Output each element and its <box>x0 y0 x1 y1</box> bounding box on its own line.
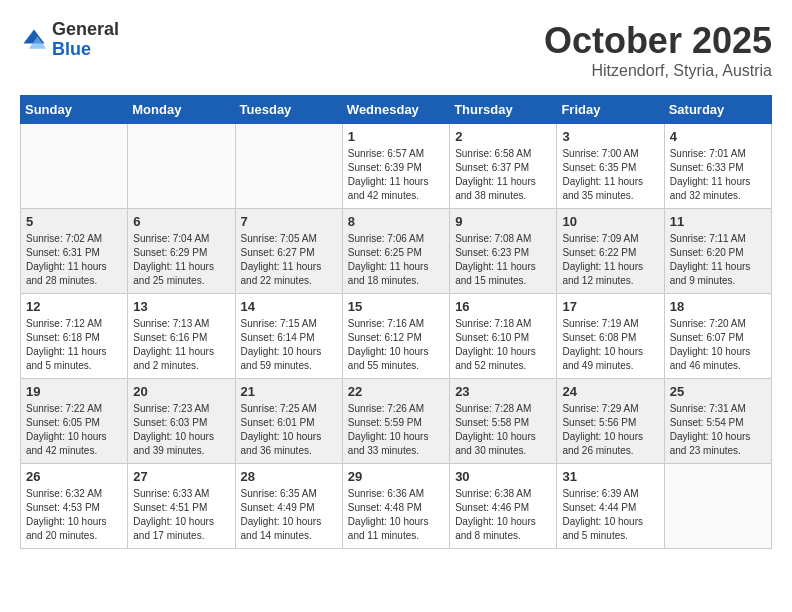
calendar-cell: 29Sunrise: 6:36 AM Sunset: 4:48 PM Dayli… <box>342 464 449 549</box>
weekday-header-row: SundayMondayTuesdayWednesdayThursdayFrid… <box>21 96 772 124</box>
weekday-header-saturday: Saturday <box>664 96 771 124</box>
week-row-1: 1Sunrise: 6:57 AM Sunset: 6:39 PM Daylig… <box>21 124 772 209</box>
day-number: 8 <box>348 214 444 229</box>
calendar-cell: 22Sunrise: 7:26 AM Sunset: 5:59 PM Dayli… <box>342 379 449 464</box>
day-number: 24 <box>562 384 658 399</box>
calendar-cell: 4Sunrise: 7:01 AM Sunset: 6:33 PM Daylig… <box>664 124 771 209</box>
calendar-cell <box>21 124 128 209</box>
day-number: 19 <box>26 384 122 399</box>
day-number: 25 <box>670 384 766 399</box>
calendar-cell: 16Sunrise: 7:18 AM Sunset: 6:10 PM Dayli… <box>450 294 557 379</box>
calendar-cell: 26Sunrise: 6:32 AM Sunset: 4:53 PM Dayli… <box>21 464 128 549</box>
day-info: Sunrise: 6:36 AM Sunset: 4:48 PM Dayligh… <box>348 487 444 543</box>
day-number: 27 <box>133 469 229 484</box>
calendar-table: SundayMondayTuesdayWednesdayThursdayFrid… <box>20 95 772 549</box>
day-number: 14 <box>241 299 337 314</box>
calendar-cell: 9Sunrise: 7:08 AM Sunset: 6:23 PM Daylig… <box>450 209 557 294</box>
calendar-cell: 23Sunrise: 7:28 AM Sunset: 5:58 PM Dayli… <box>450 379 557 464</box>
calendar-cell: 19Sunrise: 7:22 AM Sunset: 6:05 PM Dayli… <box>21 379 128 464</box>
calendar-cell: 31Sunrise: 6:39 AM Sunset: 4:44 PM Dayli… <box>557 464 664 549</box>
calendar-cell: 5Sunrise: 7:02 AM Sunset: 6:31 PM Daylig… <box>21 209 128 294</box>
calendar-cell: 3Sunrise: 7:00 AM Sunset: 6:35 PM Daylig… <box>557 124 664 209</box>
day-info: Sunrise: 7:09 AM Sunset: 6:22 PM Dayligh… <box>562 232 658 288</box>
calendar-cell: 24Sunrise: 7:29 AM Sunset: 5:56 PM Dayli… <box>557 379 664 464</box>
day-number: 17 <box>562 299 658 314</box>
day-info: Sunrise: 7:20 AM Sunset: 6:07 PM Dayligh… <box>670 317 766 373</box>
calendar-cell <box>128 124 235 209</box>
title-block: October 2025 Hitzendorf, Styria, Austria <box>544 20 772 80</box>
day-number: 9 <box>455 214 551 229</box>
calendar-cell: 20Sunrise: 7:23 AM Sunset: 6:03 PM Dayli… <box>128 379 235 464</box>
calendar-cell <box>664 464 771 549</box>
day-number: 3 <box>562 129 658 144</box>
weekday-header-wednesday: Wednesday <box>342 96 449 124</box>
day-info: Sunrise: 7:28 AM Sunset: 5:58 PM Dayligh… <box>455 402 551 458</box>
day-number: 20 <box>133 384 229 399</box>
day-info: Sunrise: 7:25 AM Sunset: 6:01 PM Dayligh… <box>241 402 337 458</box>
day-number: 11 <box>670 214 766 229</box>
day-info: Sunrise: 7:13 AM Sunset: 6:16 PM Dayligh… <box>133 317 229 373</box>
day-number: 30 <box>455 469 551 484</box>
weekday-header-sunday: Sunday <box>21 96 128 124</box>
weekday-header-monday: Monday <box>128 96 235 124</box>
day-info: Sunrise: 7:06 AM Sunset: 6:25 PM Dayligh… <box>348 232 444 288</box>
day-info: Sunrise: 6:58 AM Sunset: 6:37 PM Dayligh… <box>455 147 551 203</box>
calendar-cell: 14Sunrise: 7:15 AM Sunset: 6:14 PM Dayli… <box>235 294 342 379</box>
day-number: 15 <box>348 299 444 314</box>
day-info: Sunrise: 6:35 AM Sunset: 4:49 PM Dayligh… <box>241 487 337 543</box>
calendar-cell: 8Sunrise: 7:06 AM Sunset: 6:25 PM Daylig… <box>342 209 449 294</box>
week-row-3: 12Sunrise: 7:12 AM Sunset: 6:18 PM Dayli… <box>21 294 772 379</box>
day-info: Sunrise: 7:01 AM Sunset: 6:33 PM Dayligh… <box>670 147 766 203</box>
day-number: 21 <box>241 384 337 399</box>
day-number: 23 <box>455 384 551 399</box>
month-title: October 2025 <box>544 20 772 62</box>
day-number: 18 <box>670 299 766 314</box>
day-info: Sunrise: 7:19 AM Sunset: 6:08 PM Dayligh… <box>562 317 658 373</box>
calendar-cell: 15Sunrise: 7:16 AM Sunset: 6:12 PM Dayli… <box>342 294 449 379</box>
week-row-4: 19Sunrise: 7:22 AM Sunset: 6:05 PM Dayli… <box>21 379 772 464</box>
calendar-cell: 18Sunrise: 7:20 AM Sunset: 6:07 PM Dayli… <box>664 294 771 379</box>
location-subtitle: Hitzendorf, Styria, Austria <box>544 62 772 80</box>
calendar-cell: 13Sunrise: 7:13 AM Sunset: 6:16 PM Dayli… <box>128 294 235 379</box>
week-row-5: 26Sunrise: 6:32 AM Sunset: 4:53 PM Dayli… <box>21 464 772 549</box>
calendar-cell: 17Sunrise: 7:19 AM Sunset: 6:08 PM Dayli… <box>557 294 664 379</box>
day-info: Sunrise: 7:31 AM Sunset: 5:54 PM Dayligh… <box>670 402 766 458</box>
day-number: 10 <box>562 214 658 229</box>
calendar-cell: 6Sunrise: 7:04 AM Sunset: 6:29 PM Daylig… <box>128 209 235 294</box>
day-number: 5 <box>26 214 122 229</box>
weekday-header-tuesday: Tuesday <box>235 96 342 124</box>
day-info: Sunrise: 6:32 AM Sunset: 4:53 PM Dayligh… <box>26 487 122 543</box>
day-number: 22 <box>348 384 444 399</box>
day-info: Sunrise: 7:16 AM Sunset: 6:12 PM Dayligh… <box>348 317 444 373</box>
day-info: Sunrise: 7:02 AM Sunset: 6:31 PM Dayligh… <box>26 232 122 288</box>
day-number: 31 <box>562 469 658 484</box>
day-info: Sunrise: 6:38 AM Sunset: 4:46 PM Dayligh… <box>455 487 551 543</box>
weekday-header-friday: Friday <box>557 96 664 124</box>
calendar-cell: 28Sunrise: 6:35 AM Sunset: 4:49 PM Dayli… <box>235 464 342 549</box>
calendar-cell: 1Sunrise: 6:57 AM Sunset: 6:39 PM Daylig… <box>342 124 449 209</box>
day-number: 16 <box>455 299 551 314</box>
logo-text: General Blue <box>52 20 119 60</box>
day-info: Sunrise: 7:23 AM Sunset: 6:03 PM Dayligh… <box>133 402 229 458</box>
day-number: 13 <box>133 299 229 314</box>
day-info: Sunrise: 7:26 AM Sunset: 5:59 PM Dayligh… <box>348 402 444 458</box>
day-number: 6 <box>133 214 229 229</box>
calendar-cell: 10Sunrise: 7:09 AM Sunset: 6:22 PM Dayli… <box>557 209 664 294</box>
day-number: 26 <box>26 469 122 484</box>
day-number: 7 <box>241 214 337 229</box>
day-info: Sunrise: 7:22 AM Sunset: 6:05 PM Dayligh… <box>26 402 122 458</box>
day-number: 2 <box>455 129 551 144</box>
calendar-cell: 27Sunrise: 6:33 AM Sunset: 4:51 PM Dayli… <box>128 464 235 549</box>
day-number: 12 <box>26 299 122 314</box>
logo-icon <box>20 26 48 54</box>
day-number: 29 <box>348 469 444 484</box>
calendar-cell: 2Sunrise: 6:58 AM Sunset: 6:37 PM Daylig… <box>450 124 557 209</box>
day-info: Sunrise: 7:00 AM Sunset: 6:35 PM Dayligh… <box>562 147 658 203</box>
calendar-cell: 11Sunrise: 7:11 AM Sunset: 6:20 PM Dayli… <box>664 209 771 294</box>
day-number: 4 <box>670 129 766 144</box>
day-info: Sunrise: 7:29 AM Sunset: 5:56 PM Dayligh… <box>562 402 658 458</box>
day-info: Sunrise: 7:18 AM Sunset: 6:10 PM Dayligh… <box>455 317 551 373</box>
calendar-cell: 7Sunrise: 7:05 AM Sunset: 6:27 PM Daylig… <box>235 209 342 294</box>
calendar-cell: 21Sunrise: 7:25 AM Sunset: 6:01 PM Dayli… <box>235 379 342 464</box>
calendar-cell: 30Sunrise: 6:38 AM Sunset: 4:46 PM Dayli… <box>450 464 557 549</box>
